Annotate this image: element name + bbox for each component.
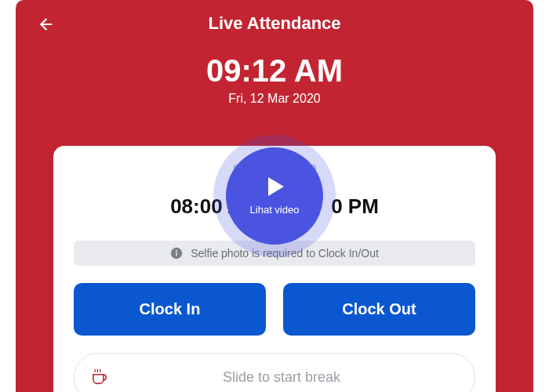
play-icon	[268, 177, 284, 196]
clock-out-button[interactable]: Clock Out	[283, 283, 475, 336]
page-title: Live Attendance	[208, 13, 340, 34]
svg-point-2	[176, 250, 177, 252]
top-bar: Live Attendance	[16, 0, 533, 47]
start-break-slider[interactable]: Slide to start break	[74, 353, 475, 392]
back-arrow-icon[interactable]	[36, 16, 53, 33]
current-time: 09:12 AM	[16, 53, 533, 89]
shift-end: 0 PM	[331, 194, 379, 218]
watch-video-button[interactable]: Lihat video	[226, 147, 323, 245]
svg-rect-3	[176, 252, 177, 256]
clock-in-button[interactable]: Clock In	[74, 283, 266, 336]
clock-buttons-row: Clock In Clock Out	[74, 283, 475, 336]
info-circle-icon	[170, 247, 183, 260]
coffee-cup-icon	[89, 368, 110, 387]
slider-handle[interactable]	[81, 358, 118, 392]
live-clock: 09:12 AM Fri, 12 Mar 2020	[16, 53, 533, 106]
video-cta-label: Lihat video	[250, 204, 300, 216]
current-date: Fri, 12 Mar 2020	[16, 92, 533, 106]
app-frame: Live Attendance 09:12 AM Fri, 12 Mar 202…	[0, 0, 549, 392]
notice-text: Selfie photo is required to Clock In/Out	[191, 247, 379, 260]
slider-label: Slide to start break	[118, 369, 468, 386]
